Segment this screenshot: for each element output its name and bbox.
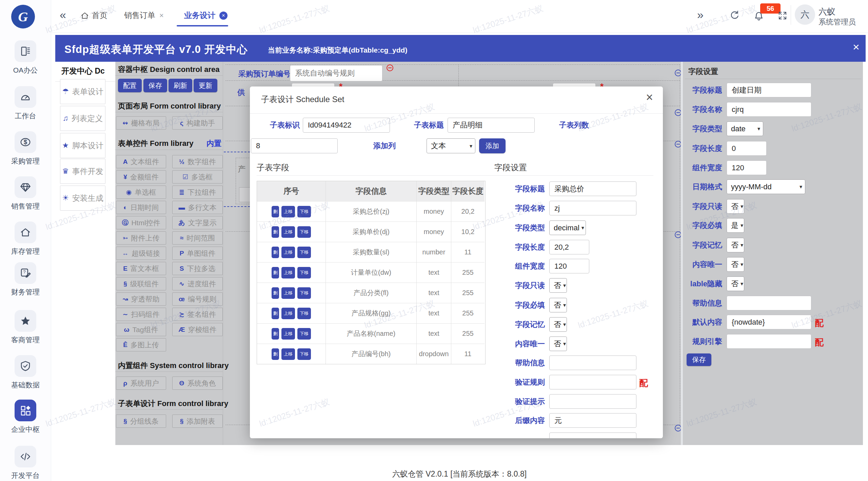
tab-business-design[interactable]: 业务设计 ×: [184, 10, 228, 21]
subform-control-item-1[interactable]: §添加附表: [172, 415, 223, 428]
panel-field-row-11-input[interactable]: [727, 296, 811, 310]
delete-row-button[interactable]: 删: [272, 287, 279, 299]
panel-field-row-9-select[interactable]: 否▾: [727, 257, 744, 272]
form-control-item-16[interactable]: §级联组件: [116, 277, 166, 290]
subtable-cols-input[interactable]: 8: [251, 138, 338, 153]
move-down-button[interactable]: 下移: [297, 267, 311, 278]
subtable-id-input[interactable]: Id094149422: [303, 118, 390, 133]
add-column-button[interactable]: 添加: [479, 138, 506, 153]
close-tab-icon[interactable]: ×: [219, 12, 228, 20]
sidebar-item-1[interactable]: 工作台: [0, 86, 51, 123]
expand-tabs-icon[interactable]: »: [697, 8, 704, 21]
control-action-button-0[interactable]: 配置: [118, 79, 142, 92]
modal-field-row-8-select[interactable]: 否▾: [549, 336, 567, 351]
collapse-tabs-icon[interactable]: «: [60, 8, 66, 21]
refresh-icon[interactable]: [729, 9, 741, 21]
configure-rule-link[interactable]: 配: [815, 336, 824, 348]
delete-row-button[interactable]: 删: [272, 247, 279, 258]
field-input-partial[interactable]: [549, 432, 636, 438]
sidebar-item-3[interactable]: 销售管理: [0, 176, 51, 214]
dev-nav-item-1[interactable]: ♫列表定义: [60, 106, 105, 131]
modal-field-row-12-input[interactable]: 元: [549, 413, 636, 428]
layout-item-1[interactable]: ς构建助手: [172, 116, 223, 130]
modal-field-row-2-select[interactable]: decimal▾: [549, 220, 586, 235]
sidebar-item-7[interactable]: 基础数据: [0, 355, 51, 392]
modal-field-row-3-input[interactable]: 20,2: [549, 240, 589, 254]
subtable-title-input[interactable]: 产品明细: [448, 118, 535, 133]
control-action-button-3[interactable]: 更新: [194, 79, 217, 92]
move-down-button[interactable]: 下移: [297, 348, 311, 360]
dev-nav-item-4[interactable]: ☀安装生成: [60, 186, 105, 211]
form-control-item-15[interactable]: S下拉多选: [172, 262, 223, 275]
move-up-button[interactable]: 上移: [281, 348, 295, 360]
form-control-item-13[interactable]: P单图组件: [172, 247, 223, 260]
save-button[interactable]: 保存: [687, 353, 711, 366]
system-control-item-1[interactable]: Θ系统角色: [172, 377, 223, 390]
sidebar-item-4[interactable]: 库存管理: [0, 222, 51, 259]
form-control-item-8[interactable]: ⒼHtml控件: [116, 216, 166, 229]
panel-field-row-5-select[interactable]: yyyy-MM-dd▾: [727, 179, 805, 194]
modal-field-row-4-input[interactable]: 120: [549, 259, 589, 273]
layout-item-0[interactable]: ↭栅格布局: [116, 116, 166, 130]
tab-home[interactable]: 首页: [80, 10, 107, 21]
panel-field-row-2-select[interactable]: date▾: [727, 121, 763, 136]
move-up-button[interactable]: 上移: [281, 328, 295, 340]
delete-row-button[interactable]: 删: [272, 206, 279, 217]
sidebar-item-5[interactable]: ?财务管理: [0, 262, 51, 300]
modal-field-row-0-input[interactable]: 采购总价: [549, 181, 636, 196]
panel-field-row-8-select[interactable]: 否▾: [727, 238, 744, 252]
collapse-row-icon[interactable]: [675, 231, 682, 238]
fullscreen-icon[interactable]: [777, 11, 788, 21]
form-control-item-11[interactable]: ≈时间范围: [172, 231, 223, 245]
panel-field-row-3-input[interactable]: 0: [727, 141, 767, 156]
configure-rule-link[interactable]: 配: [639, 377, 648, 389]
panel-field-row-13-input[interactable]: [727, 334, 811, 349]
close-modal-icon[interactable]: ×: [646, 91, 653, 103]
collapse-row-icon[interactable]: [675, 109, 682, 116]
add-column-type-select[interactable]: 文本▾: [427, 138, 475, 153]
panel-field-row-0-input[interactable]: 创建日期: [727, 83, 811, 97]
collapse-row-icon[interactable]: [675, 425, 682, 431]
form-control-item-9[interactable]: あ文字显示: [172, 216, 223, 229]
move-up-button[interactable]: 上移: [281, 308, 295, 319]
modal-field-row-11-input[interactable]: [549, 394, 636, 409]
form-control-item-14[interactable]: E富文本框: [116, 262, 166, 275]
form-control-item-10[interactable]: ➳附件上传: [116, 231, 166, 245]
form-control-item-12[interactable]: ↔超级链接: [116, 247, 166, 260]
configure-rule-link[interactable]: 配: [815, 317, 824, 329]
app-logo[interactable]: G: [11, 5, 35, 28]
avatar[interactable]: 六: [795, 4, 815, 25]
delete-row-button[interactable]: 删: [272, 267, 279, 278]
panel-field-row-7-select[interactable]: 是▾: [727, 218, 744, 233]
order-no-input[interactable]: 系统自动编号规则: [290, 65, 382, 81]
form-control-item-5[interactable]: ≣下拉组件: [172, 186, 223, 199]
modal-field-row-7-select[interactable]: 否▾: [549, 317, 567, 332]
form-control-item-7[interactable]: ▬多行文本: [172, 201, 223, 214]
move-down-button[interactable]: 下移: [297, 287, 311, 299]
form-control-item-1[interactable]: ½数字组件: [172, 155, 223, 168]
form-control-item-19[interactable]: œ编号规则: [172, 292, 223, 306]
form-control-item-6[interactable]: ◐日期时间: [116, 201, 166, 214]
panel-field-row-1-input[interactable]: cjrq: [727, 102, 811, 117]
panel-field-row-4-input[interactable]: 120: [727, 160, 767, 175]
sidebar-item-0[interactable]: OA办公: [0, 40, 51, 78]
delete-row-button[interactable]: 删: [272, 308, 279, 319]
panel-field-row-6-select[interactable]: 否▾: [727, 199, 744, 214]
sidebar-item-2[interactable]: $采购管理: [0, 131, 51, 169]
modal-field-row-10-input[interactable]: [549, 375, 636, 389]
collapse-row-icon[interactable]: [675, 141, 682, 148]
form-control-item-20[interactable]: ∼扫码组件: [116, 308, 166, 321]
modal-field-row-6-select[interactable]: 否▾: [549, 298, 567, 312]
collapse-row-icon[interactable]: [675, 70, 682, 76]
remove-field-icon[interactable]: [387, 64, 393, 71]
modal-field-row-9-input[interactable]: [549, 355, 636, 370]
move-up-button[interactable]: 上移: [281, 226, 295, 238]
form-control-item-2[interactable]: ¥金额组件: [116, 170, 166, 184]
delete-row-button[interactable]: 删: [272, 226, 279, 238]
system-control-item-0[interactable]: ρ系统用户: [116, 377, 166, 390]
dev-nav-item-3[interactable]: ♛事件开发: [60, 159, 105, 184]
tab-sales-order[interactable]: 销售订单 ×: [124, 10, 164, 21]
move-down-button[interactable]: 下移: [297, 226, 311, 238]
move-down-button[interactable]: 下移: [297, 328, 311, 340]
move-down-button[interactable]: 下移: [297, 308, 311, 319]
